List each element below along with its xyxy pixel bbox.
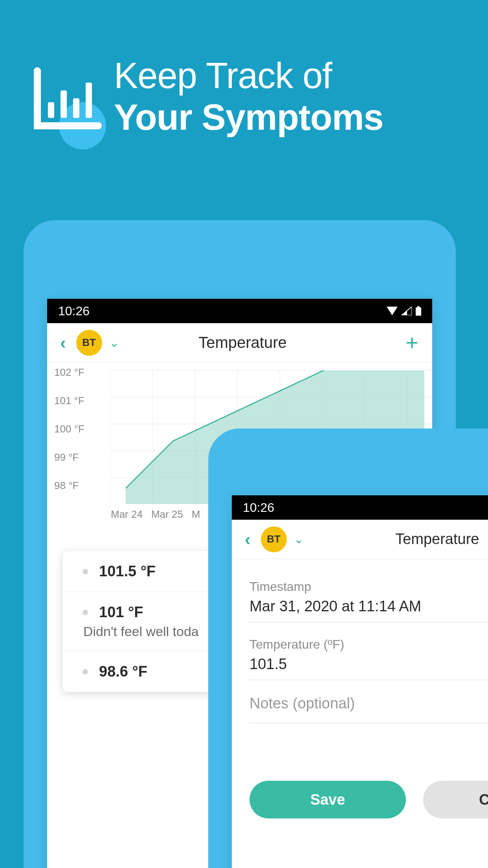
screen-temperature-form: 10:26 ‹ BT ⌄ Temperature Timestamp Mar 3… bbox=[232, 495, 488, 868]
x-tick: Mar 24 bbox=[111, 508, 143, 520]
svg-rect-2 bbox=[73, 98, 79, 118]
entry-value: 98.6 °F bbox=[99, 663, 147, 680]
y-axis-labels: 102 °F 101 °F 100 °F 99 °F 98 °F bbox=[54, 366, 84, 492]
wifi-icon bbox=[387, 307, 398, 315]
svg-rect-1 bbox=[61, 90, 67, 118]
field-value: 101.5 bbox=[250, 656, 488, 673]
entry-value: 101 °F bbox=[99, 604, 143, 621]
y-tick: 100 °F bbox=[54, 423, 84, 435]
x-tick: M bbox=[192, 508, 200, 520]
status-icons bbox=[387, 306, 421, 316]
page-title: Temperature bbox=[287, 531, 488, 548]
entry-value: 101.5 °F bbox=[99, 563, 156, 580]
battery-icon bbox=[416, 306, 421, 316]
signal-icon bbox=[402, 307, 412, 315]
bullet-icon bbox=[83, 569, 88, 574]
back-button[interactable]: ‹ bbox=[242, 526, 254, 553]
button-row: Save Cance bbox=[250, 781, 488, 818]
x-tick: Mar 25 bbox=[151, 508, 183, 520]
svg-rect-4 bbox=[416, 307, 421, 316]
entry-form: Timestamp Mar 31, 2020 at 11:14 AM Tempe… bbox=[232, 559, 488, 830]
cancel-button[interactable]: Cance bbox=[423, 781, 488, 818]
save-button[interactable]: Save bbox=[250, 781, 406, 818]
back-button[interactable]: ‹ bbox=[57, 329, 69, 357]
nav-bar: ‹ BT ⌄ Temperature bbox=[232, 520, 488, 559]
status-bar: 10:26 bbox=[232, 495, 488, 520]
hero: Keep Track of Your Symptoms bbox=[31, 55, 464, 138]
status-time: 10:26 bbox=[243, 500, 274, 515]
field-label: Temperature (ºF) bbox=[250, 637, 488, 652]
temperature-field[interactable]: Temperature (ºF) 101.5 bbox=[250, 633, 488, 680]
svg-rect-0 bbox=[48, 102, 54, 118]
page-title: Temperature bbox=[91, 334, 395, 351]
notes-field[interactable]: Notes (optional) bbox=[250, 690, 488, 723]
add-button[interactable]: + bbox=[402, 330, 422, 355]
status-bar: 10:26 bbox=[47, 299, 432, 323]
svg-rect-5 bbox=[417, 306, 420, 307]
field-placeholder: Notes (optional) bbox=[250, 695, 488, 712]
svg-rect-3 bbox=[86, 83, 92, 118]
y-tick: 98 °F bbox=[54, 480, 84, 492]
y-tick: 102 °F bbox=[54, 366, 84, 379]
hero-text: Keep Track of Your Symptoms bbox=[114, 55, 383, 138]
timestamp-field[interactable]: Timestamp Mar 31, 2020 at 11:14 AM bbox=[250, 575, 488, 622]
hero-line-1: Keep Track of bbox=[114, 55, 383, 97]
field-value: Mar 31, 2020 at 11:14 AM bbox=[250, 598, 488, 615]
bullet-icon bbox=[83, 610, 88, 615]
phone-front: 10:26 ‹ BT ⌄ Temperature Timestamp Mar 3… bbox=[208, 428, 488, 868]
field-label: Timestamp bbox=[250, 579, 488, 594]
y-tick: 101 °F bbox=[54, 395, 84, 407]
nav-bar: ‹ BT ⌄ Temperature + bbox=[47, 323, 432, 362]
hero-line-2: Your Symptoms bbox=[114, 97, 383, 138]
x-axis-labels: Mar 24 Mar 25 M bbox=[111, 508, 200, 520]
status-time: 10:26 bbox=[58, 304, 90, 318]
avatar[interactable]: BT bbox=[261, 526, 287, 552]
y-tick: 99 °F bbox=[54, 451, 84, 463]
bullet-icon bbox=[83, 669, 88, 675]
bar-chart-icon bbox=[31, 55, 114, 138]
